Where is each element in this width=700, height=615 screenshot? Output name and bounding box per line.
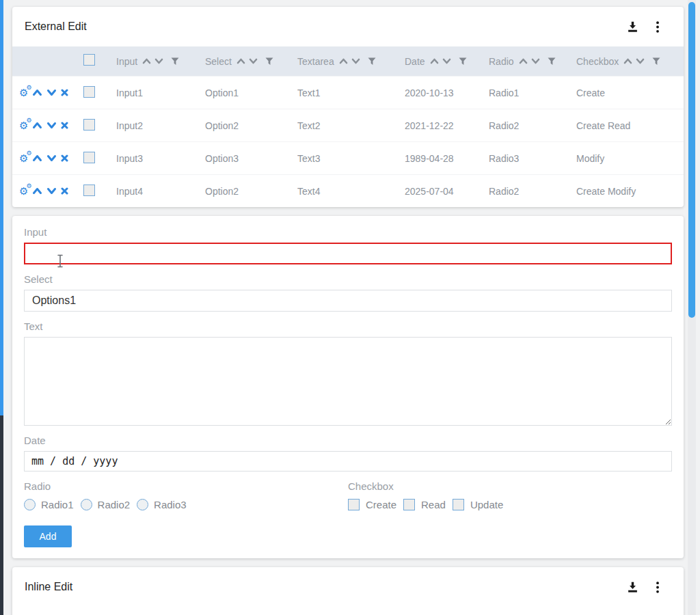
external-edit-card: External Edit	[12, 7, 684, 207]
checkbox-box[interactable]	[403, 499, 415, 510]
delete-row-icon[interactable]	[61, 154, 68, 162]
sort-ascending-icon[interactable]	[142, 58, 151, 64]
kebab-menu-icon	[656, 21, 659, 33]
export-download-button[interactable]	[627, 582, 638, 593]
checkbox-option-label: Update	[470, 499, 503, 510]
row-checkbox[interactable]	[83, 184, 95, 196]
cell-radio: Radio1	[479, 87, 566, 98]
sort-ascending-icon[interactable]	[237, 58, 245, 64]
table-header-row: Input Select	[12, 46, 684, 76]
page-scrollbar-track[interactable]	[688, 0, 696, 615]
sort-ascending-icon[interactable]	[519, 58, 528, 64]
cell-select: Option1	[195, 87, 287, 98]
checkbox-option[interactable]: Read	[403, 499, 446, 510]
select-field[interactable]: Options1	[24, 290, 672, 312]
table-row: ⚙⚙ Input3 O	[12, 141, 684, 174]
table-row: ⚙⚙ Input4 O	[12, 174, 684, 207]
filter-icon[interactable]	[368, 57, 376, 66]
radio-option[interactable]: Radio1	[24, 499, 74, 510]
filter-icon[interactable]	[652, 57, 660, 66]
page-scrollbar-thumb[interactable]	[688, 2, 695, 318]
filter-icon[interactable]	[548, 57, 556, 66]
row-select-cell	[75, 184, 106, 198]
radio-button[interactable]	[81, 499, 92, 510]
radio-option[interactable]: Radio2	[81, 499, 131, 510]
card-menu-button[interactable]	[656, 21, 659, 33]
filter-icon[interactable]	[171, 57, 179, 66]
checkbox-box[interactable]	[348, 499, 360, 510]
row-checkbox[interactable]	[83, 152, 95, 163]
move-row-down-icon[interactable]	[46, 122, 57, 129]
table-body: ⚙⚙ Input1 O	[12, 76, 684, 207]
move-row-down-icon[interactable]	[46, 154, 57, 162]
row-actions-cell: ⚙⚙	[12, 87, 75, 98]
cell-input: Input2	[106, 120, 195, 131]
row-settings-icon[interactable]: ⚙⚙	[19, 87, 28, 98]
table-column-header: Input	[106, 56, 195, 67]
sort-descending-icon[interactable]	[531, 58, 540, 64]
sort-descending-icon[interactable]	[636, 58, 645, 64]
cell-textarea: Text4	[287, 186, 394, 197]
cell-radio: Radio2	[479, 186, 566, 197]
checkbox-option[interactable]: Update	[453, 499, 503, 510]
move-row-up-icon[interactable]	[32, 122, 42, 129]
card-menu-button[interactable]	[656, 582, 659, 593]
checkbox-box[interactable]	[453, 499, 464, 510]
column-label: Select	[205, 56, 232, 67]
column-label: Date	[405, 56, 425, 67]
date-field[interactable]: mm / dd / yyyy	[24, 451, 672, 472]
table-column-header: Textarea	[287, 56, 394, 67]
sort-descending-icon[interactable]	[249, 58, 258, 64]
move-row-up-icon[interactable]	[32, 154, 42, 162]
row-checkbox[interactable]	[83, 86, 95, 98]
sort-ascending-icon[interactable]	[623, 58, 632, 64]
move-row-up-icon[interactable]	[32, 89, 42, 96]
checkbox-group: Checkbox Create Read	[348, 480, 672, 510]
small-cog-icon: ⚙	[26, 118, 31, 124]
delete-row-icon[interactable]	[61, 187, 68, 195]
select-label: Select	[24, 273, 672, 286]
sort-ascending-icon[interactable]	[430, 58, 439, 64]
radio-option-label: Radio2	[98, 499, 131, 510]
radio-group-label: Radio	[24, 480, 348, 493]
radio-button[interactable]	[137, 499, 148, 510]
move-row-down-icon[interactable]	[46, 187, 57, 195]
row-settings-icon[interactable]: ⚙⚙	[19, 186, 28, 196]
cell-textarea: Text1	[287, 87, 394, 98]
filter-icon[interactable]	[265, 57, 273, 66]
input-field[interactable]	[24, 243, 672, 264]
sort-descending-icon[interactable]	[351, 58, 360, 64]
checkbox-option[interactable]: Create	[348, 499, 396, 510]
sort-ascending-icon[interactable]	[339, 58, 348, 64]
checkbox-option-label: Create	[366, 499, 396, 510]
move-row-up-icon[interactable]	[32, 187, 42, 195]
drawer-edge-dark	[0, 415, 3, 615]
delete-row-icon[interactable]	[61, 122, 68, 129]
radio-button[interactable]	[24, 499, 36, 510]
row-actions-cell: ⚙⚙	[12, 186, 75, 196]
cell-select: Option3	[195, 153, 287, 164]
input-label: Input	[24, 226, 672, 239]
export-download-button[interactable]	[627, 21, 638, 33]
move-row-down-icon[interactable]	[46, 89, 57, 96]
download-icon	[627, 21, 638, 33]
text-area-field[interactable]	[24, 337, 672, 426]
sort-descending-icon[interactable]	[442, 58, 451, 64]
sort-descending-icon[interactable]	[154, 58, 163, 64]
delete-row-icon[interactable]	[61, 89, 68, 96]
inline-edit-card-header: Inline Edit	[12, 567, 684, 607]
filter-icon[interactable]	[459, 57, 467, 66]
add-button[interactable]: Add	[24, 525, 72, 547]
row-settings-icon[interactable]: ⚙⚙	[19, 120, 28, 131]
column-label: Textarea	[297, 56, 334, 67]
radio-option-label: Radio3	[154, 499, 187, 510]
table-header-select-all-cell	[75, 54, 106, 68]
radio-option[interactable]: Radio3	[137, 499, 187, 510]
row-settings-icon[interactable]: ⚙⚙	[19, 153, 28, 163]
small-cog-icon: ⚙	[26, 183, 31, 189]
row-actions-cell: ⚙⚙	[12, 153, 75, 163]
select-all-checkbox[interactable]	[83, 54, 95, 66]
card-title: External Edit	[25, 20, 627, 33]
row-checkbox[interactable]	[83, 119, 95, 131]
checkbox-group-label: Checkbox	[348, 480, 672, 493]
